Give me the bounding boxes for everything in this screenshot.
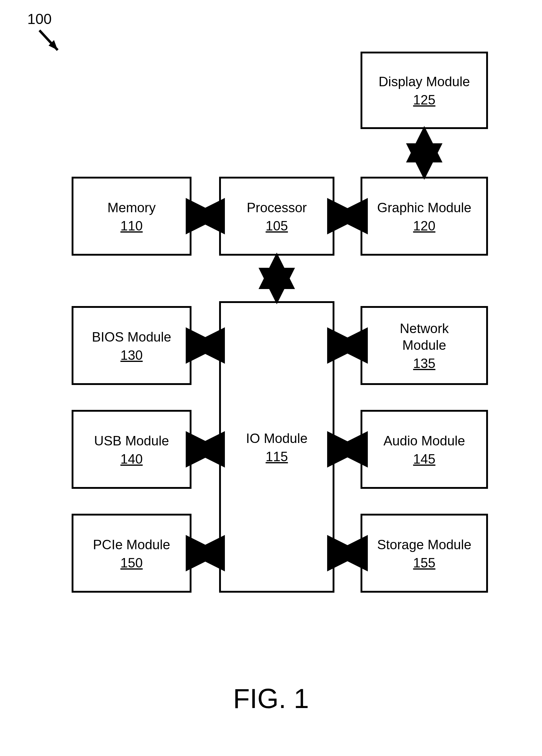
block-network-module: Network Module 135 xyxy=(360,306,488,385)
usb-module-ref: 140 xyxy=(121,451,143,467)
display-module-label: Display Module xyxy=(379,73,470,90)
storage-module-label: Storage Module xyxy=(377,536,472,553)
block-processor: Processor 105 xyxy=(219,177,334,256)
processor-ref: 105 xyxy=(266,218,288,233)
block-audio-module: Audio Module 145 xyxy=(360,410,488,489)
figure-caption: FIG. 1 xyxy=(233,683,309,714)
usb-module-label: USB Module xyxy=(94,432,169,449)
pcie-module-ref: 150 xyxy=(121,555,143,570)
processor-label: Processor xyxy=(247,199,307,216)
block-usb-module: USB Module 140 xyxy=(72,410,192,489)
block-graphic-module: Graphic Module 120 xyxy=(360,177,488,256)
audio-module-label: Audio Module xyxy=(383,432,465,449)
audio-module-ref: 145 xyxy=(413,451,435,467)
display-module-ref: 125 xyxy=(413,92,435,107)
graphic-module-ref: 120 xyxy=(413,218,435,233)
storage-module-ref: 155 xyxy=(413,555,435,570)
ref-arrow-icon xyxy=(21,21,82,82)
io-module-ref: 115 xyxy=(266,449,288,464)
memory-label: Memory xyxy=(107,199,156,216)
svg-line-0 xyxy=(39,30,58,50)
block-bios-module: BIOS Module 130 xyxy=(72,306,192,385)
block-display-module: Display Module 125 xyxy=(360,52,488,129)
block-io-module: IO Module 115 xyxy=(219,301,334,593)
diagram-page: 100 Display Module 125 Memory 110 Proces… xyxy=(0,0,542,756)
io-module-label: IO Module xyxy=(246,430,308,447)
figure-ref-number: 100 xyxy=(27,11,52,27)
block-memory: Memory 110 xyxy=(72,177,192,256)
network-module-label: Network Module xyxy=(400,320,448,353)
memory-ref: 110 xyxy=(121,218,143,233)
bios-module-ref: 130 xyxy=(121,348,143,363)
block-storage-module: Storage Module 155 xyxy=(360,514,488,593)
pcie-module-label: PCIe Module xyxy=(93,536,170,553)
block-pcie-module: PCIe Module 150 xyxy=(72,514,192,593)
bios-module-label: BIOS Module xyxy=(92,329,172,345)
network-module-ref: 135 xyxy=(413,356,435,371)
graphic-module-label: Graphic Module xyxy=(377,199,472,216)
svg-marker-1 xyxy=(49,40,58,50)
